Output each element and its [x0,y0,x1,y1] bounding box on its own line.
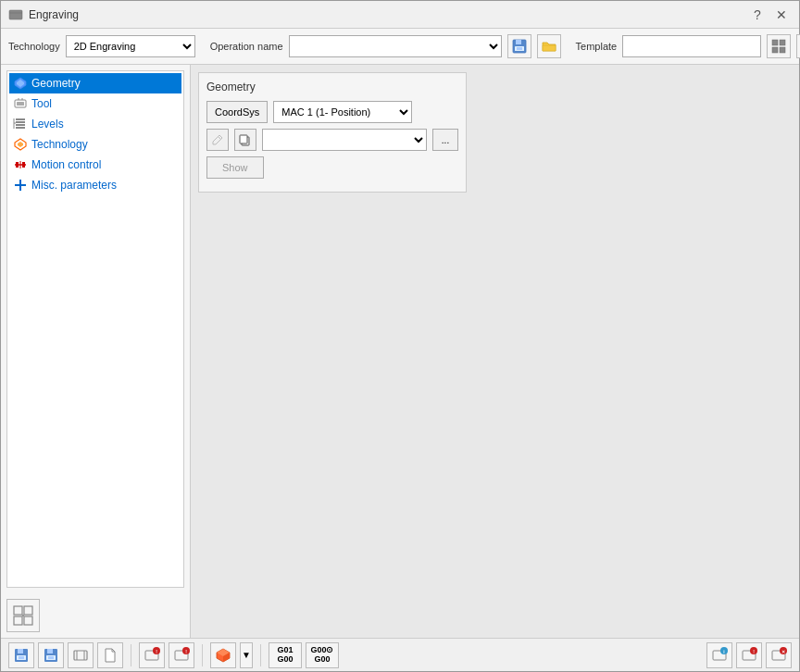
motion-tree-icon [13,157,28,172]
bottom-right-button-3[interactable]: ✕ [766,642,792,668]
geometry-label: Geometry [31,77,81,90]
motion-control-label: Motion control [31,158,101,171]
svg-rect-0 [9,10,22,19]
save-operation-button[interactable] [507,34,531,58]
divider-3 [260,644,261,666]
bottom-right: i ! ✕ [706,642,792,668]
mac-select[interactable]: MAC 1 (1- Position) [273,101,412,123]
expand-icon [12,604,34,627]
svg-rect-28 [16,162,19,168]
tree-item-levels[interactable]: Levels [9,114,181,134]
open-file-button[interactable] [537,34,561,58]
template-input[interactable] [622,35,761,57]
tech-tree-icon [13,137,28,152]
operation-name-dropdown[interactable] [289,35,502,57]
main-window: Engraving ? ✕ Technology 2D Engraving Op… [0,0,800,672]
folder-icon [541,38,557,55]
tree-item-misc[interactable]: Misc. parameters [9,175,181,195]
geo-dropdown[interactable] [262,129,427,151]
help-button[interactable]: ? [747,5,768,25]
bottom-g01-button[interactable]: G01G00 [269,642,302,668]
bottom-g00-button[interactable]: G00⊙G00 [306,642,339,668]
tool-label: Tool [31,97,52,110]
tool-tree-icon [13,96,28,111]
bottom-new-button[interactable] [97,642,123,668]
template-view-button[interactable] [796,34,800,58]
toolbar-area: Technology 2D Engraving Operation name [1,29,799,65]
geometry-row-3: Show [206,156,458,179]
geometry-panel: Geometry CoordSys MAC 1 (1- Position) [198,72,467,193]
grid-icon [770,38,787,55]
title-bar-left: Engraving [8,7,79,22]
svg-rect-9 [780,47,785,53]
bottom-right-button-2[interactable]: ! [736,642,762,668]
svg-rect-22 [16,127,25,129]
svg-rect-41 [240,135,247,143]
svg-rect-7 [780,40,785,45]
g00-label: G00⊙G00 [310,646,333,665]
bottom-settings-button[interactable] [68,642,94,668]
bottom-dropdown-arrow[interactable]: ▼ [240,642,253,668]
svg-rect-21 [16,124,25,126]
bottom-warn-button-1[interactable]: ! [139,642,165,668]
template-group: Template [576,34,800,58]
right-panel: Geometry CoordSys MAC 1 (1- Position) [191,65,799,638]
tree-item-geometry[interactable]: Geometry [9,73,181,93]
svg-rect-3 [516,40,521,44]
bottom-right-icon-1: i [711,647,728,664]
svg-rect-16 [17,102,24,106]
technology-label: Technology [8,41,60,52]
svg-rect-20 [16,121,25,123]
bottom-warn-icon-1: ! [144,647,160,664]
g01-label: G01G00 [277,646,293,665]
levels-label: Levels [31,118,64,131]
bottom-right-icon-3: ✕ [770,647,787,664]
close-button[interactable]: ✕ [771,5,792,25]
geometry-icon [13,76,28,91]
save-icon [511,38,528,55]
main-content: Geometry Tool [1,65,799,638]
svg-rect-33 [14,606,22,615]
operation-name-group: Operation name [210,34,561,58]
template-label: Template [576,41,618,52]
bottom-3d-icon [215,647,231,664]
title-bar: Engraving ? ✕ [1,1,799,29]
title-bar-buttons: ? ✕ [747,5,792,25]
tool-icon [13,96,28,111]
left-panel: Geometry Tool [1,65,191,638]
svg-rect-34 [24,606,32,615]
geo-tree-icon [13,76,28,91]
tree-item-motion-control[interactable]: Motion control [9,155,181,175]
edit-button [206,129,229,151]
bottom-warn-icon-2: ! [173,647,190,664]
window-title: Engraving [29,8,79,21]
svg-rect-35 [14,616,22,625]
tree-item-technology[interactable]: Technology [9,134,181,155]
coordsys-button[interactable]: CoordSys [206,101,268,123]
svg-rect-6 [772,40,778,45]
ellipsis-button[interactable]: ... [432,129,458,151]
bottom-left: ! ! ▼ [8,642,339,668]
svg-line-39 [219,137,221,140]
copy-button[interactable] [234,129,256,151]
bottom-settings-icon [72,647,89,664]
misc-tree-icon [13,178,28,193]
template-grid-button[interactable] [767,34,791,58]
bottom-save-button-2[interactable] [38,642,64,668]
svg-rect-19 [16,118,25,120]
motion-control-icon [13,157,28,172]
bottom-save-button-1[interactable] [8,642,34,668]
bottom-3d-button[interactable] [210,642,236,668]
bottom-right-button-1[interactable]: i [706,642,732,668]
misc-icon [13,178,28,193]
bottom-warn-button-2[interactable]: ! [169,642,194,668]
window-icon [8,7,23,22]
bottom-new-icon [102,647,119,664]
svg-rect-49 [48,656,54,659]
tree-item-tool[interactable]: Tool [9,93,181,114]
svg-rect-43 [18,649,23,653]
bottom-save-icon-1 [13,647,30,664]
tree-expand-button[interactable] [6,599,40,632]
operation-name-label: Operation name [210,41,283,52]
technology-dropdown[interactable]: 2D Engraving [66,35,195,57]
